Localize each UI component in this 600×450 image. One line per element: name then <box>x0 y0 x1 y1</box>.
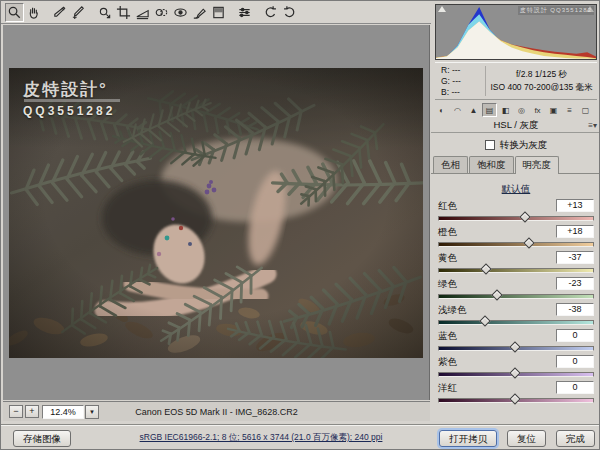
slider-value[interactable]: -38 <box>556 303 594 316</box>
photo-preview[interactable]: 皮特設計° QQ3551282 <box>9 68 423 358</box>
adjustment-brush-tool-icon[interactable] <box>190 3 209 22</box>
slider-label: 浅绿色 <box>438 304 467 317</box>
exposure-line: f/2.8 1/125 秒 <box>486 68 597 81</box>
presets-tab-icon[interactable]: ≡ <box>562 103 577 117</box>
exif-info: R: --- G: --- B: --- f/2.8 1/125 秒 ISO 4… <box>435 62 597 100</box>
slider-value[interactable]: 0 <box>556 355 594 368</box>
photo-watermark-subtitle-bar <box>24 99 120 102</box>
slider-label: 紫色 <box>438 356 457 369</box>
histogram-watermark: 皮特設計 QQ3551282 <box>518 6 594 15</box>
slider-track[interactable] <box>438 268 594 273</box>
basic-tab-icon[interactable]: ◐ <box>434 103 449 117</box>
filename-label: Canon EOS 5D Mark II - IMG_8628.CR2 <box>3 407 430 417</box>
effects-tab-icon[interactable]: fx <box>530 103 545 117</box>
rotate-cw-icon[interactable] <box>280 3 299 22</box>
camera-calibration-tab-icon[interactable]: ▣ <box>546 103 561 117</box>
straighten-tool-icon[interactable] <box>133 3 152 22</box>
crop-tool-icon[interactable] <box>114 3 133 22</box>
footer-bar: 存储图像 sRGB IEC61966-2.1; 8 位; 5616 x 3744… <box>1 424 600 450</box>
lens-corrections-tab-icon[interactable]: ◎ <box>514 103 529 117</box>
hand-tool-icon[interactable] <box>24 3 43 22</box>
slider-value[interactable]: +18 <box>556 225 594 238</box>
hsl-subtabs: 色相 饱和度 明亮度 <box>431 157 600 174</box>
reset-button[interactable]: 复位 <box>507 430 546 447</box>
slider-label: 橙色 <box>438 226 457 239</box>
slider-value[interactable]: 0 <box>556 381 594 394</box>
panel-title: HSL / 灰度 <box>431 118 600 132</box>
slider-value[interactable]: -23 <box>556 277 594 290</box>
histogram: 皮特設計 QQ3551282 <box>435 4 597 60</box>
subtab-hue[interactable]: 色相 <box>433 156 468 173</box>
open-copy-button[interactable]: 打开拷贝 <box>439 430 497 447</box>
photo-watermark-qq: QQ3551282 <box>23 104 115 118</box>
tone-curve-tab-icon[interactable]: ◠ <box>450 103 465 117</box>
slider-label: 绿色 <box>438 278 457 291</box>
hsl-slider-row: 红色+13 <box>438 199 594 225</box>
red-eye-removal-tool-icon[interactable] <box>171 3 190 22</box>
hsl-slider-row: 黄色-37 <box>438 251 594 277</box>
split-toning-tab-icon[interactable]: ◧ <box>498 103 513 117</box>
slider-track[interactable] <box>438 294 594 299</box>
hsl-slider-row: 洋红0 <box>438 381 594 407</box>
detail-tab-icon[interactable]: ▲ <box>466 103 481 117</box>
slider-label: 黄色 <box>438 252 457 265</box>
grayscale-toggle-row[interactable]: 转换为灰度 <box>431 135 600 155</box>
slider-value[interactable]: +13 <box>556 199 594 212</box>
preferences-tool-icon[interactable] <box>235 3 254 22</box>
zoom-tool-icon[interactable] <box>5 3 24 22</box>
workflow-options-link[interactable]: sRGB IEC61966-2.1; 8 位; 5616 x 3744 (21.… <box>121 432 401 444</box>
targeted-adjustment-tool-icon[interactable] <box>95 3 114 22</box>
slider-label: 洋红 <box>438 382 457 395</box>
done-button[interactable]: 完成 <box>556 430 595 447</box>
rgb-readout: R: --- G: --- B: --- <box>435 65 485 98</box>
slider-track[interactable] <box>438 320 594 325</box>
slider-track[interactable] <box>438 216 594 221</box>
photo-watermark-title: 皮特設計° <box>23 78 108 101</box>
grayscale-checkbox[interactable] <box>485 140 495 150</box>
snapshots-tab-icon[interactable]: ▢ <box>578 103 593 117</box>
rotate-ccw-icon[interactable] <box>261 3 280 22</box>
image-canvas[interactable]: 皮特設計° QQ3551282 <box>3 25 430 400</box>
panel-title-row: HSL / 灰度 ≡▾ <box>431 118 600 133</box>
panel-tab-strip: ◐◠▲▤◧◎fx▣≡▢ <box>431 100 600 118</box>
hsl-slider-row: 绿色-23 <box>438 277 594 303</box>
slider-label: 蓝色 <box>438 330 457 343</box>
slider-list: 红色+13橙色+18黄色-37绿色-23浅绿色-38蓝色0紫色0洋红0 <box>431 199 600 407</box>
hsl-slider-row: 紫色0 <box>438 355 594 381</box>
subtab-luminance[interactable]: 明亮度 <box>515 156 560 174</box>
zoom-bar: − + 12.4% ▼ Canon EOS 5D Mark II - IMG_8… <box>3 401 430 421</box>
hsl-slider-row: 浅绿色-38 <box>438 303 594 329</box>
white-balance-tool-icon[interactable] <box>50 3 69 22</box>
spot-removal-tool-icon[interactable] <box>152 3 171 22</box>
iso-lens-line: ISO 400 70-200@135 毫米 <box>486 81 597 94</box>
slider-label: 红色 <box>438 200 457 213</box>
hsl-slider-row: 橙色+18 <box>438 225 594 251</box>
shadow-clipping-icon[interactable] <box>438 6 446 12</box>
subtab-saturation[interactable]: 饱和度 <box>469 156 514 173</box>
graduated-filter-tool-icon[interactable] <box>209 3 228 22</box>
save-image-button[interactable]: 存储图像 <box>13 430 71 447</box>
panel-menu-icon[interactable]: ≡▾ <box>588 121 597 130</box>
default-link[interactable]: 默认值 <box>502 183 531 194</box>
exposure-info: f/2.8 1/125 秒 ISO 400 70-200@135 毫米 <box>486 68 597 94</box>
slider-track[interactable] <box>438 242 594 247</box>
hsl-grayscale-tab-icon[interactable]: ▤ <box>482 103 497 117</box>
slider-value[interactable]: 0 <box>556 329 594 342</box>
grayscale-label: 转换为灰度 <box>500 139 548 152</box>
hsl-slider-row: 蓝色0 <box>438 329 594 355</box>
slider-value[interactable]: -37 <box>556 251 594 264</box>
adjustments-panel: 皮特設計 QQ3551282 R: --- G: --- B: --- f/2.… <box>431 1 600 424</box>
color-sampler-tool-icon[interactable] <box>69 3 88 22</box>
